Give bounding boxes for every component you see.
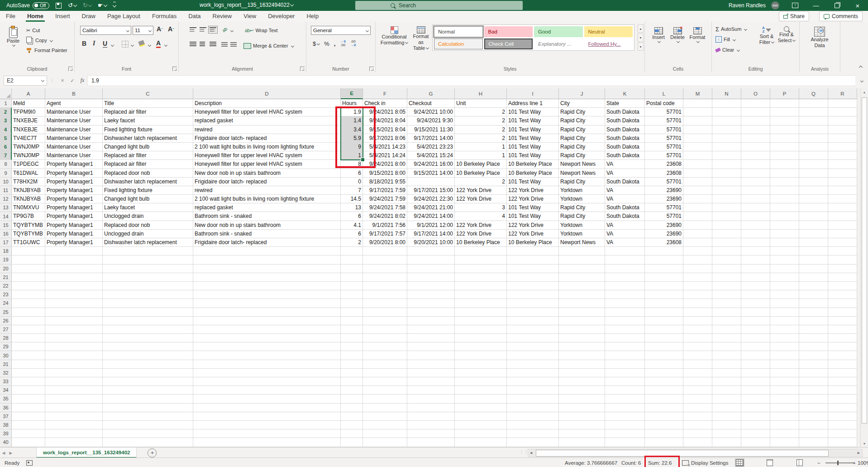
cell-G21[interactable]: [407, 273, 455, 282]
cell-C20[interactable]: [103, 265, 193, 273]
tab-view[interactable]: View: [238, 11, 262, 22]
cell-M19[interactable]: [683, 255, 712, 264]
underline-dropdown[interactable]: [111, 43, 114, 47]
cell-M37[interactable]: [683, 412, 712, 421]
cell-G4[interactable]: 9/15/2021 11:30: [407, 125, 455, 134]
cell-H17[interactable]: 10 Berkeley Place: [455, 238, 507, 247]
cell-F29[interactable]: [363, 342, 407, 351]
cell-A16[interactable]: TQYBTYMB: [12, 230, 45, 238]
cell-E22[interactable]: [341, 282, 363, 290]
cell-F27[interactable]: [363, 325, 407, 334]
cell-R7[interactable]: [828, 151, 857, 160]
cell-G13[interactable]: 9/24/2021 21:00: [407, 203, 455, 212]
cell-L39[interactable]: [645, 429, 683, 438]
cell-P35[interactable]: [770, 395, 799, 403]
cell-J29[interactable]: [559, 342, 605, 351]
row-header-13[interactable]: 13: [0, 203, 12, 212]
cell-P13[interactable]: [770, 203, 799, 212]
cell-Q13[interactable]: [799, 203, 828, 212]
cell-M9[interactable]: [683, 169, 712, 178]
tab-splitter-handle[interactable]: ⋮⋮: [520, 449, 529, 454]
redo-button[interactable]: ↻: [83, 2, 91, 9]
cell-D27[interactable]: [193, 325, 341, 334]
orientation-dropdown[interactable]: [230, 29, 234, 32]
cell-B33[interactable]: [45, 377, 103, 386]
cell-L19[interactable]: [645, 255, 683, 264]
fill-color-dropdown[interactable]: [148, 43, 151, 47]
cell-D10[interactable]: Frigidaire door latch- replaced: [193, 178, 341, 186]
cell-M35[interactable]: [683, 395, 712, 403]
cell-L28[interactable]: [645, 334, 683, 342]
cell-G6[interactable]: 5/4/2021 23:23: [407, 143, 455, 151]
cell-L25[interactable]: [645, 308, 683, 317]
cell-K19[interactable]: [605, 255, 645, 264]
cell-C40[interactable]: [103, 438, 193, 447]
find-select-button[interactable]: Find & Select: [777, 24, 796, 43]
cell-C18[interactable]: [103, 247, 193, 255]
cell-M8[interactable]: [683, 160, 712, 169]
cell-J17[interactable]: Newport News: [559, 238, 605, 247]
cell-K32[interactable]: [605, 369, 645, 377]
cell-R1[interactable]: [828, 99, 857, 108]
cell-Q39[interactable]: [799, 429, 828, 438]
cell-C26[interactable]: [103, 317, 193, 325]
cell-P18[interactable]: [770, 247, 799, 255]
cell-H4[interactable]: 2: [455, 125, 507, 134]
cell-L38[interactable]: [645, 421, 683, 429]
cell-H36[interactable]: [455, 404, 507, 412]
sheet-tab[interactable]: work_logs_report__135_163249402: [36, 448, 137, 458]
cell-O13[interactable]: [741, 203, 770, 212]
decrease-indent-icon[interactable]: [221, 42, 228, 47]
cell-K40[interactable]: [605, 438, 645, 447]
cell-D12[interactable]: 2 100 watt light bulbs in living room li…: [193, 195, 341, 203]
cell-M23[interactable]: [683, 290, 712, 299]
cell-L14[interactable]: 57701: [645, 212, 683, 221]
cell-O7[interactable]: [741, 151, 770, 160]
cell-N29[interactable]: [712, 342, 741, 351]
cell-B31[interactable]: [45, 360, 103, 369]
row-header-18[interactable]: 18: [0, 247, 12, 255]
cell-N22[interactable]: [712, 282, 741, 290]
cell-D26[interactable]: [193, 317, 341, 325]
cell-H10[interactable]: 2: [455, 178, 507, 186]
cell-J19[interactable]: [559, 255, 605, 264]
row-header-40[interactable]: 40: [0, 438, 12, 447]
cell-J18[interactable]: [559, 247, 605, 255]
cell-J4[interactable]: Rapid City: [559, 125, 605, 134]
cell-I35[interactable]: [507, 395, 559, 403]
row-header-16[interactable]: 16: [0, 230, 12, 238]
cell-K18[interactable]: [605, 247, 645, 255]
row-header-7[interactable]: 7: [0, 151, 12, 160]
save-icon[interactable]: [56, 3, 62, 9]
row-header-9[interactable]: 9: [0, 169, 12, 178]
cell-F37[interactable]: [363, 412, 407, 421]
decrease-decimal-icon[interactable]: .00→0: [350, 40, 356, 47]
cell-N39[interactable]: [712, 429, 741, 438]
column-header-P[interactable]: P: [770, 88, 799, 99]
cell-C34[interactable]: [103, 386, 193, 395]
cell-R18[interactable]: [828, 247, 857, 255]
cell-O21[interactable]: [741, 273, 770, 282]
cell-N16[interactable]: [712, 230, 741, 238]
cell-C13[interactable]: Laeky faucet: [103, 203, 193, 212]
cell-C7[interactable]: Replaced air filter: [103, 151, 193, 160]
cell-K28[interactable]: [605, 334, 645, 342]
orientation-icon[interactable]: ab: [221, 26, 228, 33]
cell-I4[interactable]: 101 Test Way: [507, 125, 559, 134]
cell-J28[interactable]: [559, 334, 605, 342]
cell-B20[interactable]: [45, 265, 103, 273]
cell-D6[interactable]: 2 100 watt light bulbs in living room li…: [193, 143, 341, 151]
cell-I38[interactable]: [507, 421, 559, 429]
cell-Q8[interactable]: [799, 160, 828, 169]
cell-G37[interactable]: [407, 412, 455, 421]
zoom-slider-handle[interactable]: [837, 461, 839, 465]
cell-Q6[interactable]: [799, 143, 828, 151]
cell-H26[interactable]: [455, 317, 507, 325]
cell-E6[interactable]: 9: [341, 143, 363, 151]
cell-F19[interactable]: [363, 255, 407, 264]
cell-M10[interactable]: [683, 178, 712, 186]
cell-L13[interactable]: 57701: [645, 203, 683, 212]
formula-input[interactable]: 1.9: [87, 75, 855, 86]
cell-D40[interactable]: [193, 438, 341, 447]
underline-button[interactable]: U: [103, 40, 107, 48]
